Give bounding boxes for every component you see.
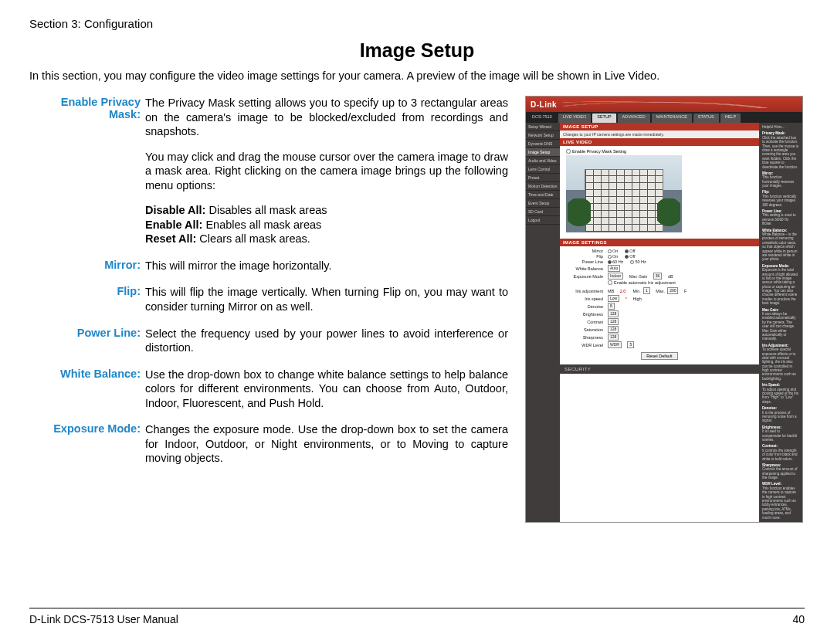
intro-text: In this section, you may configure the v… [29, 69, 805, 82]
shot-side-logout[interactable]: Logout [526, 216, 560, 225]
flip-text: This will flip the image vertically. Whe… [145, 285, 508, 314]
row-sharp-label: Sharpness [566, 335, 608, 340]
row-bright-label: Brightness [566, 312, 608, 317]
mirror-on[interactable]: On [608, 249, 618, 253]
flip-on[interactable]: On [608, 254, 618, 259]
shot-tab-live-video[interactable]: LIVE VIDEO [558, 114, 592, 123]
shot-side-dynamic-dns[interactable]: Dynamic DNS [526, 140, 560, 148]
exp-text: Changes the exposure mode. Use the drop-… [145, 422, 508, 466]
shot-side-event-setup[interactable]: Event Setup [526, 199, 560, 208]
sel-sharp[interactable]: 128 [608, 334, 619, 341]
row-irisspd-label: Iris speed [566, 297, 608, 301]
shot-side-image-setup[interactable]: Image Setup [526, 148, 560, 157]
sel-wdr[interactable]: WDR [608, 341, 622, 348]
brand-logo: D-Link [531, 100, 557, 109]
row-power-label: Power Line [566, 259, 608, 264]
mirror-text: This will mirror the image horizontally. [145, 259, 508, 273]
reset-default-button[interactable]: Reset Default [641, 352, 677, 360]
sel-sat[interactable]: 128 [608, 326, 619, 333]
page-title: Image Setup [29, 39, 805, 62]
privacy-enable: Enable All: Enables all mask areas [145, 218, 508, 232]
power-text: Select the frequency used by your power … [145, 327, 508, 355]
power-50[interactable]: 50 Hz [630, 259, 646, 264]
strip-live-video: LIVE VIDEO [560, 138, 759, 146]
sel-max[interactable]: 200 [667, 287, 678, 294]
sel-contrast[interactable]: 128 [608, 318, 619, 325]
shot-side-network-setup[interactable]: Network Setup [526, 131, 560, 140]
row-mirror-label: Mirror [566, 249, 608, 253]
chk-privacy-mask[interactable]: Enable Privacy Mask Setting [566, 149, 753, 154]
shot-side-motion-detection[interactable]: Motion Detection [526, 182, 560, 191]
row-irisadj-label: Iris adjustment [566, 289, 608, 293]
shot-tab-setup[interactable]: SETUP [592, 114, 615, 123]
sel-denoise[interactable]: 8 [608, 303, 615, 310]
sel-irisspd[interactable]: Low [608, 295, 619, 302]
label-flip: Flip: [29, 285, 145, 314]
sel-min[interactable]: 1 [643, 287, 650, 294]
flip-off[interactable]: Off [625, 254, 635, 259]
label-exp: Exposure Mode: [29, 422, 145, 466]
chk-auto-iris[interactable]: Enable automatic Iris adjustment [608, 280, 676, 285]
shot-side-sd-card[interactable]: SD Card [526, 208, 560, 216]
power-60[interactable]: 60 Hz [608, 259, 623, 264]
label-mirror: Mirror: [29, 259, 145, 273]
row-sat-label: Saturation [566, 327, 608, 332]
sel-wdr-lvl[interactable]: 5 [627, 341, 634, 348]
wb-text: Use the drop-down box to change white ba… [145, 368, 508, 411]
privacy-reset: Reset All: Clears all mask areas. [145, 232, 508, 246]
shot-side-time-and-date[interactable]: Time and Date [526, 191, 560, 199]
embedded-screenshot: D-Link DCS-7513LIVE VIDEOSETUPADVANCEDMA… [525, 96, 803, 523]
privacy-disable: Disable All: Disables all mask areas [145, 203, 508, 218]
row-exp-label: Exposure Mode [566, 274, 608, 279]
sel-exp[interactable]: Indoor [608, 273, 623, 280]
privacy-p2: You may click and drag the mouse cursor … [145, 150, 508, 193]
strip-image-settings: IMAGE SETTINGS [560, 239, 759, 246]
sel-bright[interactable]: 128 [608, 310, 619, 317]
shot-note: Changes to your IP camera settings are m… [560, 130, 759, 138]
section-header: Section 3: Configuration [29, 17, 805, 30]
shot-tab-maintenance[interactable]: MAINTENANCE [652, 114, 692, 123]
label-privacy: Enable Privacy Mask: [29, 96, 145, 246]
shot-side-setup-wizard[interactable]: Setup Wizard [526, 123, 560, 131]
shot-tab-status[interactable]: STATUS [693, 114, 719, 123]
strip-image-setup: IMAGE SETUP [560, 123, 759, 130]
row-wdr-label: WDR Level [566, 343, 608, 347]
shot-sidebar: Setup WizardNetwork SetupDynamic DNSImag… [526, 123, 560, 522]
privacy-p1: The Privacy Mask setting allows you to s… [145, 96, 508, 139]
row-flip-label: Flip [566, 254, 608, 259]
shot-tab-advanced[interactable]: ADVANCED [618, 114, 650, 123]
label-wb: White Balance: [29, 368, 145, 411]
shot-side-lens-control[interactable]: Lens Control [526, 165, 560, 174]
shot-tab-help[interactable]: HELP [720, 114, 741, 123]
footer-page: 40 [792, 613, 805, 625]
definitions-column: Enable Privacy Mask: The Privacy Mask se… [29, 96, 508, 523]
footer-left: D-Link DCS-7513 User Manual [29, 613, 178, 625]
label-power: Power Line: [29, 327, 145, 355]
sel-wb[interactable]: Auto [608, 265, 620, 272]
shot-side-audio-and-video[interactable]: Audio and Video [526, 157, 560, 165]
help-panel: Helpful Hints… Privacy Mask:Click the at… [759, 123, 802, 522]
security-strip: SECURITY [560, 364, 759, 374]
row-contrast-label: Contrast [566, 320, 608, 324]
sel-maxgain[interactable]: 36 [653, 273, 663, 280]
row-denoise-label: Denoise [566, 304, 608, 309]
row-wb-label: White Balance [566, 266, 608, 271]
camera-preview[interactable] [566, 155, 682, 232]
mirror-off[interactable]: Off [625, 249, 635, 253]
shot-side-preset[interactable]: Preset [526, 174, 560, 182]
